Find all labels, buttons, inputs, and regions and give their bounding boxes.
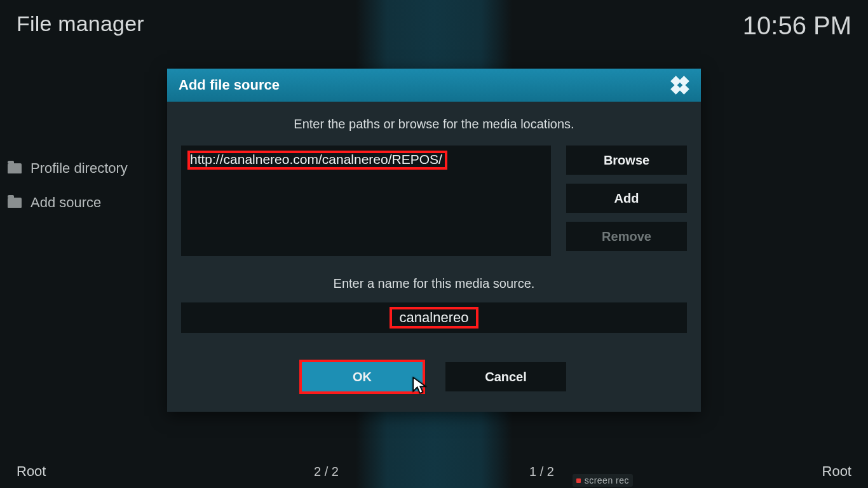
mouse-cursor-icon: [412, 376, 428, 395]
footer-counter-right: 1 / 2: [529, 464, 554, 479]
status-bar: Root 2 / 2 1 / 2 Root: [0, 455, 868, 488]
sidebar-item-add-source[interactable]: Add source: [8, 186, 128, 220]
browse-button[interactable]: Browse: [566, 146, 687, 175]
screenrec-label: screen rec: [585, 475, 629, 485]
page-title: File manager: [17, 11, 144, 40]
add-button[interactable]: Add: [566, 184, 687, 213]
cancel-button[interactable]: Cancel: [445, 362, 566, 391]
path-list[interactable]: http://canalnereo.com/canalnereo/REPOS/: [181, 146, 551, 256]
folder-icon: [8, 163, 22, 173]
footer-left: Root: [17, 463, 46, 480]
source-name-value: canalnereo: [392, 309, 477, 326]
dialog-titlebar: Add file source: [167, 69, 701, 102]
record-icon: [576, 478, 581, 483]
add-file-source-dialog: Add file source Enter the paths or brows…: [167, 69, 701, 412]
kodi-logo-icon: [667, 72, 693, 98]
dialog-title-text: Add file source: [179, 77, 280, 93]
screen-recorder-watermark: screen rec: [573, 474, 633, 487]
footer-counter-left: 2 / 2: [314, 464, 339, 479]
path-entry[interactable]: http://canalnereo.com/canalnereo/REPOS/: [189, 152, 446, 168]
folder-icon: [8, 198, 22, 208]
top-bar: File manager 10:56 PM: [17, 11, 851, 40]
sidebar-item-label: Profile directory: [31, 160, 128, 177]
ok-button[interactable]: OK: [302, 362, 423, 391]
sidebar-item-label: Add source: [31, 194, 101, 211]
name-instruction: Enter a name for this media source.: [167, 276, 701, 291]
clock: 10:56 PM: [743, 11, 851, 40]
sidebar-item-profile-directory[interactable]: Profile directory: [8, 151, 128, 186]
sidebar: Profile directory Add source: [8, 151, 128, 220]
footer-right: Root: [822, 463, 851, 480]
paths-instruction: Enter the paths or browse for the media …: [167, 117, 701, 132]
remove-button: Remove: [566, 222, 687, 251]
source-name-input[interactable]: canalnereo: [181, 302, 687, 333]
